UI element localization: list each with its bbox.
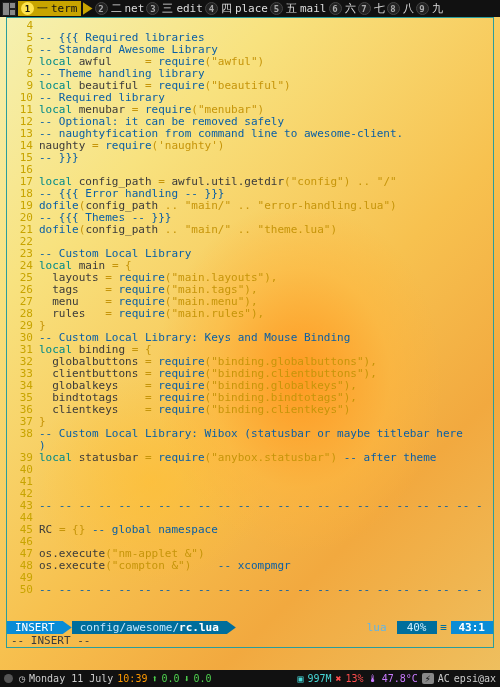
workspace-badge-icon: 8 xyxy=(387,2,400,15)
code-line[interactable]: 15-- }}} xyxy=(7,152,493,164)
top-taskbar: 1一term2二net3三edit4四place5五mail6六7七8八9九 xyxy=(0,0,500,17)
line-number: 5 xyxy=(7,32,39,44)
code-line[interactable]: 38-- Custom Local Library: Wibox (status… xyxy=(7,428,493,452)
workspace-symbol: 三 xyxy=(162,1,173,16)
time-text: 10:39 xyxy=(117,673,147,684)
workspace-label: edit xyxy=(176,2,203,15)
code-area[interactable]: 45-- {{{ Required libraries6-- Standard … xyxy=(7,20,493,621)
workspace-6[interactable]: 6六 xyxy=(329,1,356,16)
code-line[interactable]: 41 xyxy=(7,476,493,488)
workspace-badge-icon: 5 xyxy=(270,2,283,15)
workspace-3[interactable]: 3三edit xyxy=(146,1,203,16)
code-content: os.execute("compton &") -- xcompmgr xyxy=(39,560,493,572)
workspace-5[interactable]: 5五mail xyxy=(270,1,327,16)
workspace-label: place xyxy=(235,2,268,15)
line-number: 38 xyxy=(7,428,39,452)
workspace-8[interactable]: 8八 xyxy=(387,1,414,16)
code-content xyxy=(39,464,493,476)
mode-echo: -- INSERT -- xyxy=(7,634,493,647)
date-text: Monday 11 July xyxy=(29,673,113,684)
mode-segment: INSERT xyxy=(7,621,63,634)
code-line[interactable]: 21dofile(config_path .. "main/" .. "them… xyxy=(7,224,493,236)
workspace-badge-icon: 4 xyxy=(205,2,218,15)
code-line[interactable]: 40 xyxy=(7,464,493,476)
mem-text: 997M xyxy=(307,673,331,684)
temp-icon: 🌡 xyxy=(368,673,378,684)
code-content: RC = {} -- global namespace xyxy=(39,524,493,536)
workspace-symbol: 八 xyxy=(403,1,414,16)
powerline-arrow-icon xyxy=(83,2,93,15)
line-number: 8 xyxy=(7,68,39,80)
code-line[interactable]: 36 clientkeys = require("binding.clientk… xyxy=(7,404,493,416)
workspace-symbol: 四 xyxy=(221,1,232,16)
vim-statusline: INSERT config/awesome/rc.lua lua 40% ≡ 4… xyxy=(7,621,493,634)
net-down: 0.0 xyxy=(194,673,212,684)
workspace-badge-icon: 9 xyxy=(416,2,429,15)
line-number: 7 xyxy=(7,56,39,68)
code-content: -- -- -- -- -- -- -- -- -- -- -- -- -- -… xyxy=(39,500,493,512)
workspace-symbol: 二 xyxy=(111,1,122,16)
code-line[interactable]: 14naughty = require('naughty') xyxy=(7,140,493,152)
code-content: local statusbar = require("anybox.status… xyxy=(39,452,493,464)
temp-text: 47.8°C xyxy=(382,673,418,684)
code-line[interactable]: 50-- -- -- -- -- -- -- -- -- -- -- -- --… xyxy=(7,584,493,596)
power-text: AC xyxy=(438,673,450,684)
workspace-symbol: 九 xyxy=(432,1,443,16)
line-number: 4 xyxy=(7,20,39,32)
workspace-9[interactable]: 9九 xyxy=(416,1,443,16)
workspace-label: net xyxy=(125,2,145,15)
workspace-2[interactable]: 2二net xyxy=(95,1,145,16)
cpu-icon: ✖ xyxy=(336,673,342,684)
powerline-arrow-icon xyxy=(227,621,236,634)
workspace-symbol: 六 xyxy=(345,1,356,16)
workspace-badge-icon: 2 xyxy=(95,2,108,15)
code-content: rules = require("main.rules"), xyxy=(39,308,493,320)
workspace-4[interactable]: 4四place xyxy=(205,1,268,16)
workspace-badge-icon: 6 xyxy=(329,2,342,15)
code-content: clientkeys = require("binding.clientkeys… xyxy=(39,404,493,416)
power-icon: ⚡ xyxy=(422,673,434,684)
code-content: -- Custom Local Library: Wibox (statusba… xyxy=(39,428,493,452)
workspace-badge-icon: 3 xyxy=(146,2,159,15)
line-number: 50 xyxy=(7,584,39,596)
menu-icon[interactable] xyxy=(4,674,13,683)
workspace-7[interactable]: 7七 xyxy=(358,1,385,16)
code-line[interactable]: 48os.execute("compton &") -- xcompmgr xyxy=(7,560,493,572)
user-text: epsi@ax xyxy=(454,673,496,684)
net-down-icon: ⬇ xyxy=(184,673,190,684)
code-line[interactable]: 39local statusbar = require("anybox.stat… xyxy=(7,452,493,464)
mem-icon: ▣ xyxy=(297,673,303,684)
workspace-label: term xyxy=(51,2,78,15)
workspace-1[interactable]: 1一term xyxy=(18,1,81,16)
code-line[interactable]: 43-- -- -- -- -- -- -- -- -- -- -- -- --… xyxy=(7,500,493,512)
net-up-icon: ⬆ xyxy=(151,673,157,684)
line-number: 6 xyxy=(7,44,39,56)
position-segment: 43:1 xyxy=(451,621,494,634)
code-content: dofile(config_path .. "main/" .. "theme.… xyxy=(39,224,493,236)
workspace-badge-icon: 7 xyxy=(358,2,371,15)
workspace-symbol: 七 xyxy=(374,1,385,16)
cpu-text: 13% xyxy=(346,673,364,684)
net-up: 0.0 xyxy=(161,673,179,684)
workspace-label: mail xyxy=(300,2,327,15)
clock-icon: ◷ xyxy=(19,673,25,684)
path-segment: config/awesome/rc.lua xyxy=(72,621,227,634)
code-line[interactable]: 45RC = {} -- global namespace xyxy=(7,524,493,536)
workspace-symbol: 五 xyxy=(286,1,297,16)
workspace-badge-icon: 1 xyxy=(21,2,34,15)
code-content: -- -- -- -- -- -- -- -- -- -- -- -- -- -… xyxy=(39,584,493,596)
code-content: -- }}} xyxy=(39,152,493,164)
percent-segment: 40% xyxy=(397,621,437,634)
code-content: naughty = require('naughty') xyxy=(39,140,493,152)
workspace-symbol: 一 xyxy=(37,1,48,16)
code-line[interactable]: 28 rules = require("main.rules"), xyxy=(7,308,493,320)
code-content xyxy=(39,476,493,488)
powerline-arrow-icon xyxy=(63,621,72,634)
powerline-chevron-icon: ≡ xyxy=(437,621,451,634)
filetype-segment: lua xyxy=(357,621,397,634)
bottom-statusbar: ◷ Monday 11 July 10:39 ⬆0.0 ⬇0.0 ▣997M ✖… xyxy=(0,670,500,687)
layout-icon[interactable] xyxy=(2,2,16,16)
terminal-editor[interactable]: 45-- {{{ Required libraries6-- Standard … xyxy=(6,17,494,648)
